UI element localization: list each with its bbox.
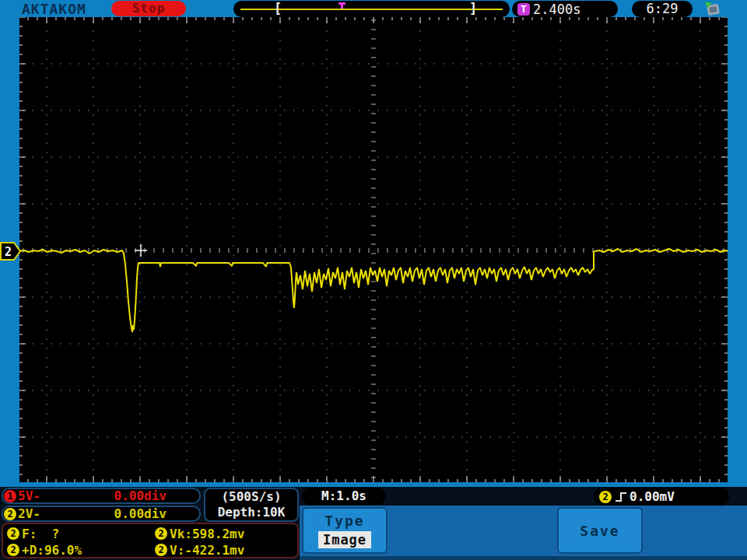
save-button-label: Save	[580, 523, 619, 539]
channel1-status-pill: 1 5V- 0.00div	[2, 488, 201, 504]
trigger-time-value: 2.400s	[533, 2, 580, 17]
top-status-bar: AKTAKOM Stop [ ] T 2.400s 6:29	[0, 0, 747, 17]
measurements-panel: 2 F: ? 2 Vk:598.2mv 2 +D:96.0% 2 V:-422.…	[2, 523, 299, 558]
window-left-bracket: [	[274, 1, 282, 17]
save-button[interactable]: Save	[557, 507, 643, 554]
trigger-level-value: 0.00mV	[630, 489, 675, 504]
measurement-v: 2 V:-422.1mv	[155, 542, 244, 558]
measure-value: V:-422.1mv	[170, 543, 244, 558]
measure-value: +D:96.0%	[22, 543, 82, 558]
bottom-status-bar: 1 5V- 0.00div 2 2V- 0.00div (500S/s) Dep…	[0, 487, 747, 560]
channel2-marker[interactable]: 2	[0, 241, 22, 261]
rising-edge-icon	[614, 490, 628, 504]
channel2-offset: 0.00div	[114, 506, 167, 521]
soft-menu-band: Type Image Save	[300, 506, 747, 560]
channel1-offset: 0.00div	[114, 488, 167, 503]
waveform-display	[19, 17, 728, 482]
type-menu-button[interactable]: Type Image	[302, 507, 388, 554]
acquisition-panel: (500S/s) Depth:10K	[204, 488, 299, 522]
channel2-marker-label: 2	[5, 245, 12, 259]
measurement-frequency: 2 F: ?	[7, 526, 59, 541]
measure-ch-badge: 2	[7, 544, 19, 556]
measurement-duty: 2 +D:96.0%	[7, 542, 82, 558]
trigger-level-pill: 2 0.00mV	[594, 488, 729, 506]
channel2-badge: 2	[4, 508, 16, 520]
memory-depth: Depth:10K	[205, 505, 297, 520]
trigger-t-icon: T	[517, 3, 530, 16]
measure-value: F: ?	[22, 527, 59, 541]
channel2-scale: 2V-	[18, 506, 40, 521]
window-right-bracket: ]	[469, 1, 477, 17]
trigger-position-bar[interactable]: [ ]	[233, 1, 510, 17]
trigger-time-pill: T 2.400s	[512, 1, 618, 17]
brand-logo: AKTAKOM	[22, 1, 86, 17]
trigger-source-badge: 2	[599, 491, 612, 503]
channel1-badge: 1	[4, 490, 16, 502]
measure-value: Vk:598.2mv	[170, 527, 244, 541]
clock: 6:29	[632, 1, 693, 17]
sample-rate: (500S/s)	[205, 489, 297, 505]
usb-disk-icon	[702, 1, 722, 16]
run-state-badge: Stop	[111, 1, 186, 16]
channel1-scale: 5V-	[18, 488, 40, 503]
measurement-vk: 2 Vk:598.2mv	[155, 526, 244, 541]
oscilloscope-ui: AKTAKOM Stop [ ] T 2.400s 6:29 2 1 5V-	[0, 0, 747, 560]
measure-ch-badge: 2	[155, 544, 167, 556]
type-menu-value[interactable]: Image	[318, 531, 371, 548]
type-menu-label: Type	[324, 513, 364, 529]
timebase-pill: M:1.0s	[302, 488, 386, 505]
trigger-position-marker-icon	[338, 2, 345, 9]
channel2-status-pill: 2 2V- 0.00div	[2, 506, 201, 522]
measure-ch-badge: 2	[155, 527, 167, 540]
measure-ch-badge: 2	[7, 527, 19, 540]
